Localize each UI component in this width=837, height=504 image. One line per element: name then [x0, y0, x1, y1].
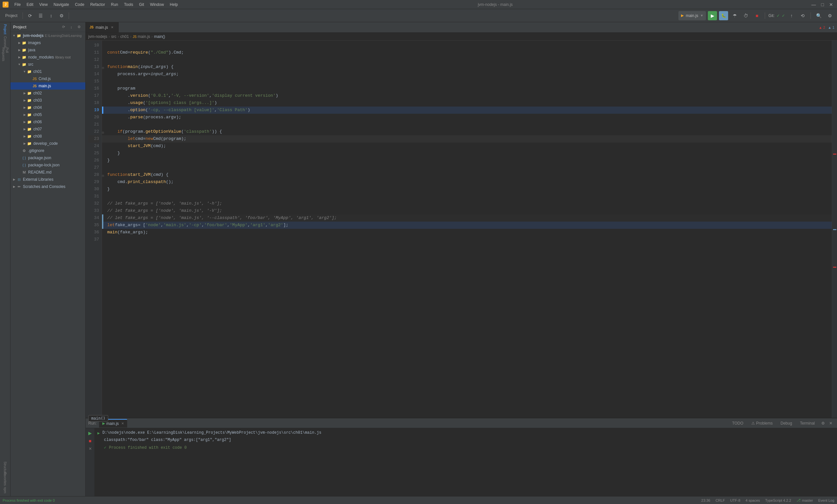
- bottom-tab-terminal[interactable]: Terminal: [797, 419, 818, 428]
- tree-item-main-js[interactable]: ▶ JS main.js: [11, 83, 85, 90]
- tree-item-ch05[interactable]: ▶ 📁 ch05: [11, 111, 85, 118]
- tree-item-node-modules[interactable]: ▶ 📁 node_modules library root: [11, 54, 85, 61]
- status-git[interactable]: ⎇ master: [797, 498, 813, 502]
- sidebar-icon-pull-requests[interactable]: Pull Requests: [1, 50, 10, 59]
- tree-item-ch06[interactable]: ▶ 📁 ch06: [11, 118, 85, 126]
- stop-button[interactable]: ■: [752, 11, 762, 20]
- left-sidebar: Project Commit Pull Requests Structure F…: [0, 22, 11, 496]
- git-checkmark1[interactable]: ✓: [777, 13, 780, 18]
- profile-button[interactable]: ⏱: [741, 11, 750, 20]
- tree-item-gitignore[interactable]: ▶ ⚙ .gitignore: [11, 147, 85, 154]
- tree-item-ch02[interactable]: ▶ 📁 ch02: [11, 90, 85, 97]
- git-checkmark2[interactable]: ✓: [782, 13, 785, 18]
- bc-jvm-nodejs[interactable]: jvm-nodejs: [88, 34, 107, 39]
- code-line: ⊟ function start_JVM(cmd) {: [102, 171, 832, 178]
- tree-item-scratches[interactable]: ▶ ✏ Scratches and Consoles: [11, 183, 85, 190]
- menu-tools[interactable]: Tools: [121, 2, 136, 7]
- toolbar-sync-btn[interactable]: ⟳: [25, 11, 35, 20]
- sidebar-icon-favorites[interactable]: Favorites: [3, 474, 7, 484]
- status-encoding[interactable]: UTF-8: [730, 499, 740, 502]
- code-line: }: [102, 157, 832, 164]
- bottom-tab-debug[interactable]: Debug: [777, 419, 795, 428]
- bc-ch01[interactable]: ch01: [120, 34, 129, 39]
- menu-window[interactable]: Window: [147, 2, 167, 7]
- run-button[interactable]: ▶: [708, 11, 717, 20]
- run-output: ▶ D:\nodejs\node.exe E:\LearningDisk\Lea…: [95, 428, 837, 496]
- code-line: start_JVM(cmd);: [102, 143, 832, 150]
- tree-item-readme[interactable]: ▶ M README.md: [11, 169, 85, 176]
- project-collapse-btn[interactable]: ↕: [68, 23, 75, 31]
- bc-main-js[interactable]: JS main.js: [133, 34, 150, 39]
- tree-item-root[interactable]: ▼ 📁 jvm-nodejs E:\LearningDisk\Learning: [11, 32, 85, 39]
- warning-marker: [833, 229, 836, 230]
- tab-main-js-close[interactable]: ✕: [110, 25, 114, 30]
- tree-item-ch01[interactable]: ▼ 📁 ch01: [11, 68, 85, 75]
- tree-item-develop-code[interactable]: ▶ 📁 develop_code: [11, 140, 85, 147]
- bc-main-fn[interactable]: main(): [154, 34, 165, 39]
- bottom-settings-btn[interactable]: ⚙: [819, 420, 826, 427]
- tree-item-src[interactable]: ▼ 📁 src: [11, 61, 85, 68]
- menu-view[interactable]: View: [37, 2, 50, 7]
- bottom-close-btn[interactable]: ✕: [827, 420, 834, 427]
- right-gutter: [832, 40, 837, 418]
- code-line: }: [102, 186, 832, 193]
- tree-item-java[interactable]: ▶ 📁 java: [11, 47, 85, 54]
- tree-item-ch04[interactable]: ▶ 📁 ch04: [11, 104, 85, 111]
- menu-git[interactable]: Git: [136, 2, 146, 7]
- tree-item-package-lock-json[interactable]: ▶ { } package-lock.json: [11, 161, 85, 169]
- menu-help[interactable]: Help: [167, 2, 180, 7]
- status-indent[interactable]: 4 spaces: [745, 499, 760, 502]
- menu-edit[interactable]: Edit: [24, 2, 36, 7]
- git-label: Git:: [768, 13, 774, 18]
- menu-bar: J File Edit View Navigate Code Refactor …: [0, 0, 837, 9]
- git-push[interactable]: ↑: [787, 11, 796, 20]
- project-sync-btn[interactable]: ⟳: [60, 23, 67, 31]
- editor-area: JS main.js ✕ ▲ 2 ▲ 1 jvm-nodejs › src › …: [86, 22, 837, 418]
- tree-item-external-libs[interactable]: ▶ ⊟ External Libraries: [11, 176, 85, 183]
- tree-item-ch03[interactable]: ▶ 📁 ch03: [11, 97, 85, 104]
- toolbar-settings-btn[interactable]: ⚙: [57, 11, 66, 20]
- settings-gear-btn[interactable]: ⚙: [825, 11, 834, 20]
- bottom-tab-todo[interactable]: TODO: [729, 419, 746, 428]
- status-position[interactable]: 23:36: [701, 499, 711, 502]
- git-history[interactable]: ⟲: [798, 11, 807, 20]
- toolbar-project-btn[interactable]: Project: [3, 11, 20, 20]
- status-language[interactable]: TypeScript 4.2.2: [765, 499, 791, 502]
- run-close-side-btn[interactable]: ✕: [87, 445, 94, 452]
- sidebar-icon-commit[interactable]: Commit: [3, 37, 7, 47]
- tree-item-cmd-js[interactable]: ▶ JS Cmd.js: [11, 75, 85, 83]
- toolbar-layout-btn[interactable]: ☰: [36, 11, 45, 20]
- window-minimize[interactable]: —: [810, 2, 817, 7]
- window-maximize[interactable]: □: [820, 2, 825, 7]
- status-crlf[interactable]: CRLF: [715, 499, 725, 502]
- code-line: // let fake_args = ['node', 'main.js', '…: [102, 214, 832, 221]
- tree-item-images[interactable]: ▶ 📁 images: [11, 39, 85, 47]
- status-event-log[interactable]: Event Log: [818, 499, 834, 502]
- bc-src[interactable]: src: [111, 34, 117, 39]
- search-btn[interactable]: 🔍: [814, 11, 823, 20]
- menu-refactor[interactable]: Refactor: [88, 2, 108, 7]
- code-line: .parse(process.argv);: [102, 114, 832, 121]
- coverage-button[interactable]: ☂: [730, 11, 739, 20]
- sidebar-icon-project[interactable]: Project: [3, 25, 7, 34]
- menu-file[interactable]: File: [12, 2, 23, 7]
- run-config-selector[interactable]: ▶ main.js ▼: [678, 11, 706, 20]
- bottom-tab-problems[interactable]: ⚠ Problems: [748, 419, 776, 428]
- tree-item-ch08[interactable]: ▶ 📁 ch08: [11, 133, 85, 140]
- run-stop-btn[interactable]: ■: [87, 437, 94, 445]
- sidebar-icon-structure[interactable]: Structure: [3, 464, 7, 473]
- debug-button[interactable]: 🐛: [719, 11, 728, 20]
- tree-item-ch07[interactable]: ▶ 📁 ch07: [11, 126, 85, 133]
- menu-code[interactable]: Code: [72, 2, 87, 7]
- menu-run[interactable]: Run: [108, 2, 121, 7]
- bottom-tab-run-close[interactable]: ✕: [121, 421, 124, 425]
- menu-navigate[interactable]: Navigate: [51, 2, 72, 7]
- run-rerun-btn[interactable]: ▶: [87, 430, 94, 437]
- tab-main-js[interactable]: JS main.js ✕: [86, 22, 119, 33]
- code-editor[interactable]: const Cmd = require("./Cmd").Cmd; ⊟ func…: [102, 40, 832, 418]
- toolbar-expand-btn[interactable]: ↕: [47, 11, 56, 20]
- sidebar-icon-npm[interactable]: npm: [3, 486, 7, 495]
- window-close[interactable]: ✕: [828, 2, 834, 7]
- project-settings-btn[interactable]: ⚙: [75, 23, 83, 31]
- tree-item-package-json[interactable]: ▶ { } package.json: [11, 154, 85, 161]
